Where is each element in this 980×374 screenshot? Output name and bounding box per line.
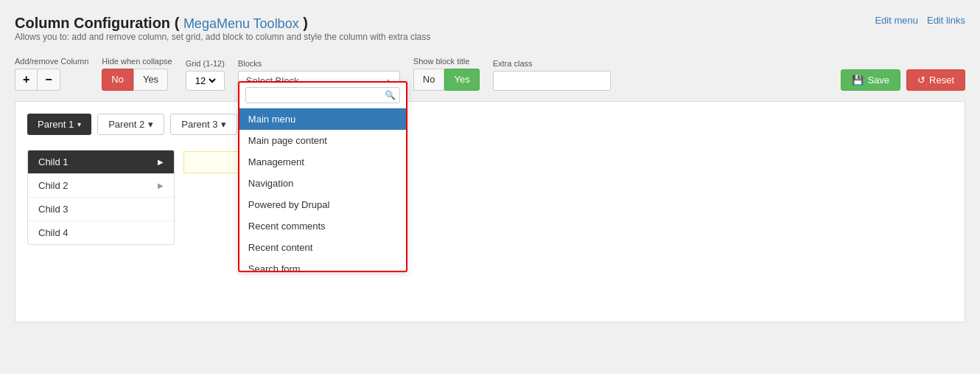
content-area: Parent 1 ▾ Parent 2 ▾ Parent 3 ▾ Child 1… [15, 101, 965, 322]
reset-label: Reset [929, 75, 954, 86]
dropdown-item-main-page-content[interactable]: Main page content [239, 130, 406, 151]
parent3-caret: ▾ [221, 119, 226, 130]
child-item-1[interactable]: Child 1 ▶ [28, 150, 174, 174]
toolbox-link[interactable]: MegaMenu Toolbox [183, 16, 299, 31]
edit-links-link[interactable]: Edit links [927, 15, 965, 26]
child-item-3[interactable]: Child 3 [28, 198, 174, 221]
parent1-button[interactable]: Parent 1 ▾ [27, 114, 91, 135]
parent2-label: Parent 2 [108, 119, 144, 130]
dropdown-item-main-menu[interactable]: Main menu [239, 108, 406, 130]
child-item-2[interactable]: Child 2 ▶ [28, 174, 174, 198]
page-title: Column Configuration ( MegaMenu Toolbox … [15, 15, 308, 31]
child-3-label: Child 3 [38, 204, 68, 215]
title-text: Column Configuration [15, 15, 170, 31]
show-block-no-button[interactable]: No [413, 69, 445, 91]
dropdown-search-input[interactable] [245, 87, 400, 103]
child-item-4[interactable]: Child 4 [28, 221, 174, 244]
reset-icon: ↺ [917, 75, 925, 86]
show-block-yes-button[interactable]: Yes [444, 69, 479, 91]
child-1-label: Child 1 [38, 156, 68, 167]
page-description: Allows you to: add and remove column, se… [15, 32, 430, 42]
child-2-arrow: ▶ [158, 181, 164, 190]
parent3-button[interactable]: Parent 3 ▾ [170, 114, 237, 135]
dropdown-items-list: Main menu Main page content Management N… [239, 108, 406, 271]
dropdown-item-powered-by-drupal[interactable]: Powered by Drupal [239, 194, 406, 215]
add-column-button[interactable]: + [15, 69, 37, 91]
edit-menu-link[interactable]: Edit menu [875, 15, 918, 26]
hide-no-button[interactable]: No [102, 69, 133, 91]
dropdown-item-recent-comments[interactable]: Recent comments [239, 215, 406, 237]
dropdown-item-search-form[interactable]: Search form [239, 258, 406, 271]
child-2-label: Child 2 [38, 180, 68, 191]
reset-button[interactable]: ↺ Reset [906, 69, 965, 91]
remove-column-button[interactable]: − [37, 69, 60, 91]
dropdown-item-recent-content[interactable]: Recent content [239, 237, 406, 258]
hide-collapse-label: Hide when collapse [102, 57, 172, 66]
add-remove-label: Add/remove Column [15, 57, 88, 66]
save-label: Save [867, 75, 889, 86]
dropdown-item-management[interactable]: Management [239, 151, 406, 173]
child-panel: Child 1 ▶ Child 2 ▶ Child 3 Child 4 [27, 150, 175, 245]
extra-class-label: Extra class [493, 59, 611, 68]
blocks-dropdown: 🔍 Main menu Main page content Management… [238, 81, 407, 272]
extra-class-input[interactable] [493, 71, 611, 91]
save-icon: 💾 [852, 75, 864, 86]
child-1-arrow: ▶ [158, 158, 164, 166]
parent2-button[interactable]: Parent 2 ▾ [97, 114, 164, 135]
blocks-label: Blocks [238, 59, 400, 68]
parent1-label: Parent 1 [38, 119, 74, 130]
show-block-title-label: Show block title [413, 57, 480, 66]
search-icon: 🔍 [385, 90, 396, 100]
grid-select[interactable]: 12 123 456 789 1011 [192, 75, 218, 87]
parent2-caret: ▾ [148, 119, 153, 130]
grid-label: Grid (1-12) [186, 59, 225, 68]
parent1-caret: ▾ [77, 120, 81, 128]
dropdown-item-navigation[interactable]: Navigation [239, 173, 406, 194]
parent3-label: Parent 3 [181, 119, 217, 130]
hide-yes-button[interactable]: Yes [133, 69, 168, 91]
save-button[interactable]: 💾 Save [841, 69, 900, 91]
child-4-label: Child 4 [38, 227, 68, 238]
